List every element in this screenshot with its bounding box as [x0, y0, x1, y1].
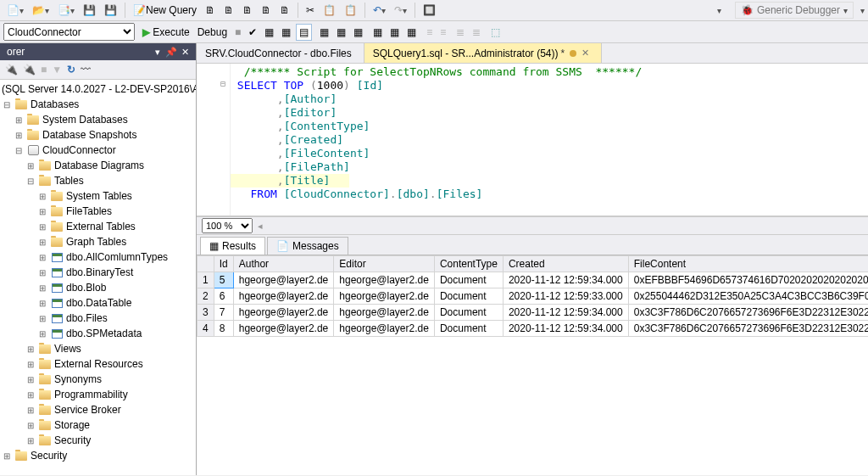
col-id[interactable]: Id: [214, 256, 233, 272]
table-row[interactable]: 37hgeorge@layer2.dehgeorge@layer2.deDocu…: [198, 305, 869, 321]
cell-filecontent[interactable]: 0xEFBBBF54696D657374616D7020202020202020…: [628, 272, 868, 288]
panel-pin-icon[interactable]: 📌: [165, 47, 177, 57]
outdent-button[interactable]: ≡: [437, 25, 448, 40]
cell-author[interactable]: hgeorge@layer2.de: [233, 288, 334, 305]
cell-id[interactable]: 7: [214, 305, 233, 321]
save-button[interactable]: 💾: [80, 3, 99, 18]
snapshots-node[interactable]: ⊞Database Snapshots: [0, 127, 196, 143]
tb-btn-4[interactable]: ▦: [370, 25, 385, 40]
tb-btn-6[interactable]: ▦: [404, 25, 419, 40]
col-author[interactable]: Author: [233, 256, 334, 272]
cell-created[interactable]: 2020-11-12 12:59:34.000: [503, 321, 628, 337]
server-node[interactable]: (SQL Server 14.0.2027 - L2-DEV-SP2016\Ad: [0, 81, 196, 97]
messages-tab[interactable]: 📄Messages: [267, 237, 348, 255]
cell-filecontent[interactable]: 0x255044462D312E350A25C3A4C3BCC3B6C39F0A…: [628, 288, 868, 305]
cell-contenttype[interactable]: Document: [434, 321, 503, 337]
db-icon-1[interactable]: 🗎: [202, 3, 219, 18]
cell-author[interactable]: hgeorge@layer2.de: [233, 272, 334, 288]
cell-filecontent[interactable]: 0x3C3F786D6C2076657273696F6E3D22312E3022…: [628, 321, 868, 337]
col-rownum[interactable]: [198, 256, 214, 272]
sysdb-node[interactable]: ⊞System Databases: [0, 112, 196, 127]
diagrams-node[interactable]: ⊞Database Diagrams: [0, 158, 196, 173]
display-plan-button[interactable]: ▦: [262, 25, 276, 40]
uncomment-button[interactable]: ≣: [470, 25, 483, 40]
tb-btn-2[interactable]: ▦: [334, 25, 348, 40]
debug-button[interactable]: Debug: [195, 25, 230, 40]
cell-author[interactable]: hgeorge@layer2.de: [233, 321, 334, 337]
add-dropdown[interactable]: 📑▾: [54, 3, 78, 18]
cell-created[interactable]: 2020-11-12 12:59:34.000: [503, 272, 628, 288]
table-row[interactable]: 15hgeorge@layer2.dehgeorge@layer2.deDocu…: [198, 272, 869, 288]
new-item-dropdown[interactable]: 📄▾: [3, 3, 27, 18]
paste-button[interactable]: 📋: [341, 3, 360, 18]
live-stats-button[interactable]: ▤: [296, 24, 312, 41]
pin-icon[interactable]: [570, 50, 576, 57]
panel-close-icon[interactable]: ✕: [181, 47, 189, 57]
cell-filecontent[interactable]: 0x3C3F786D6C2076657273696F6E3D22312E3022…: [628, 305, 868, 321]
new-query-button[interactable]: 📝 New Query: [130, 3, 200, 18]
panel-dropdown-icon[interactable]: ▾: [155, 47, 160, 57]
cloudconnector-node[interactable]: ⊟CloudConnector: [0, 143, 196, 158]
cell-editor[interactable]: hgeorge@layer2.de: [334, 305, 435, 321]
db-icon-2[interactable]: 🗎: [220, 3, 237, 18]
filetables-node[interactable]: ⊞FileTables: [0, 204, 196, 219]
specify-values-button[interactable]: ⬚: [488, 25, 503, 40]
cut-button[interactable]: ✂: [303, 3, 318, 18]
save-all-button[interactable]: 💾: [101, 3, 120, 18]
cell-editor[interactable]: hgeorge@layer2.de: [334, 272, 435, 288]
parse-button[interactable]: ✔: [246, 25, 259, 40]
cell-editor[interactable]: hgeorge@layer2.de: [334, 288, 435, 305]
table-row[interactable]: 48hgeorge@layer2.dehgeorge@layer2.deDocu…: [198, 321, 869, 337]
sql-editor[interactable]: ⊟ /****** Script for SelectTopNRows comm…: [197, 64, 868, 216]
db-icon-3[interactable]: 🗎: [239, 3, 256, 18]
collapse-icon[interactable]: ⊟: [220, 79, 225, 88]
execute-button[interactable]: ▶ Execute: [140, 25, 192, 40]
indent-button[interactable]: ≡: [424, 25, 435, 40]
col-contenttype[interactable]: ContentType: [434, 256, 503, 272]
extres-node[interactable]: ⊞External Resources: [0, 356, 196, 372]
col-filecontent[interactable]: FileContent: [628, 256, 868, 272]
cell-author[interactable]: hgeorge@layer2.de: [233, 305, 334, 321]
activity-icon[interactable]: 〰: [81, 64, 91, 76]
refresh-icon[interactable]: ↻: [67, 64, 75, 76]
redo-button[interactable]: ↷▾: [391, 3, 410, 18]
security-node[interactable]: ⊞Security: [0, 433, 196, 448]
cell-contenttype[interactable]: Document: [434, 288, 503, 305]
cell-editor[interactable]: hgeorge@layer2.de: [334, 321, 435, 337]
synonyms-node[interactable]: ⊞Synonyms: [0, 372, 196, 387]
copy-button[interactable]: 📋: [320, 3, 339, 18]
connect-icon[interactable]: 🔌: [5, 64, 18, 76]
col-created[interactable]: Created: [503, 256, 628, 272]
security-root[interactable]: ⊞Security: [0, 448, 196, 463]
filter-icon[interactable]: ▼: [52, 64, 62, 76]
results-grid[interactable]: Id Author Editor ContentType Created Fil…: [197, 255, 868, 475]
find-button[interactable]: 🔲: [420, 3, 439, 18]
results-tab[interactable]: ▦Results: [200, 237, 265, 255]
graphtables-node[interactable]: ⊞Graph Tables: [0, 234, 196, 249]
tables-node[interactable]: ⊟Tables: [0, 173, 196, 188]
table-blob[interactable]: ⊞dbo.Blob: [0, 280, 196, 295]
tb-btn-3[interactable]: ▦: [351, 25, 365, 40]
systables-node[interactable]: ⊞System Tables: [0, 188, 196, 204]
servicebroker-node[interactable]: ⊞Service Broker: [0, 402, 196, 417]
comment-button[interactable]: ≣: [453, 25, 467, 40]
cell-created[interactable]: 2020-11-12 12:59:34.000: [503, 305, 628, 321]
table-spmetadata[interactable]: ⊞dbo.SPMetadata: [0, 326, 196, 341]
db-icon-5[interactable]: 🗎: [276, 3, 293, 18]
table-allcolumntypes[interactable]: ⊞dbo.AllComlumnTypes: [0, 249, 196, 265]
storage-node[interactable]: ⊞Storage: [0, 417, 196, 433]
tab-dbo-files[interactable]: SRV.CloudConnector - dbo.Files: [197, 43, 364, 63]
table-row[interactable]: 26hgeorge@layer2.dehgeorge@layer2.deDocu…: [198, 288, 869, 305]
stop-button[interactable]: ■: [232, 25, 243, 40]
include-plan-button[interactable]: ▦: [279, 25, 293, 40]
cell-contenttype[interactable]: Document: [434, 272, 503, 288]
cell-contenttype[interactable]: Document: [434, 305, 503, 321]
close-icon[interactable]: ✕: [581, 48, 589, 59]
table-files[interactable]: ⊞dbo.Files: [0, 311, 196, 326]
solution-dropdown[interactable]: ▾: [717, 6, 721, 15]
tb-more[interactable]: ▾: [860, 6, 865, 15]
undo-button[interactable]: ↶▾: [370, 3, 389, 18]
databases-node[interactable]: ⊟Databases: [0, 97, 196, 112]
tb-btn-5[interactable]: ▦: [387, 25, 402, 40]
db-icon-4[interactable]: 🗎: [258, 3, 275, 18]
